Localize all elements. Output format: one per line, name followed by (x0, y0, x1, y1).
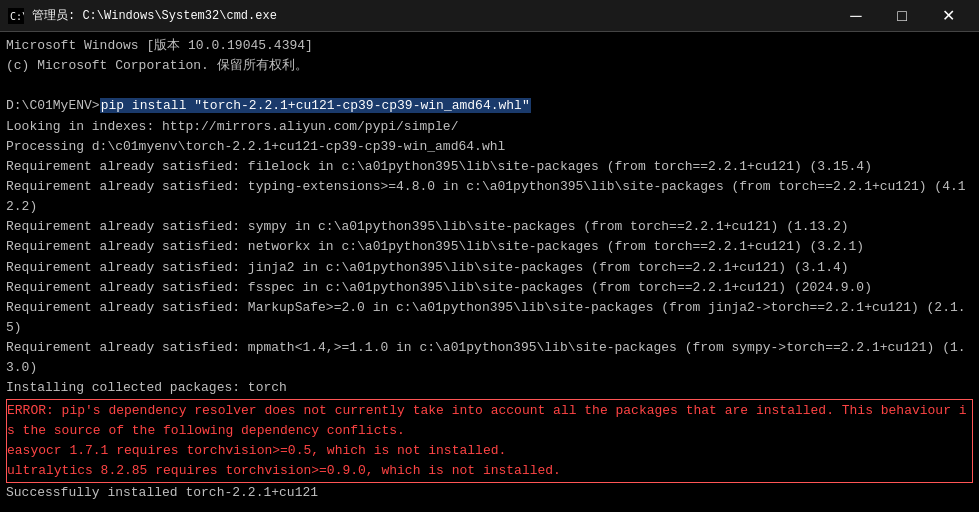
line-req7: Requirement already satisfied: MarkupSaf… (6, 298, 973, 338)
line-1: Microsoft Windows [版本 10.0.19045.4394] (6, 36, 973, 56)
line-req2: Requirement already satisfied: typing-ex… (6, 177, 973, 217)
window-controls: ─ □ ✕ (833, 0, 971, 32)
title-bar-left: C:\ 管理员: C:\Windows\System32\cmd.exe (8, 7, 277, 24)
maximize-button[interactable]: □ (879, 0, 925, 32)
line-blank-2 (6, 503, 973, 512)
line-looking: Looking in indexes: http://mirrors.aliyu… (6, 117, 973, 137)
error-line-2: easyocr 1.7.1 requires torchvision>=0.5,… (7, 441, 972, 461)
line-cmd: D:\C01MyENV>pip install "torch-2.2.1+cu1… (6, 96, 973, 116)
line-2: (c) Microsoft Corporation. 保留所有权利。 (6, 56, 973, 76)
line-processing: Processing d:\c01myenv\torch-2.2.1+cu121… (6, 137, 973, 157)
minimize-button[interactable]: ─ (833, 0, 879, 32)
line-req1: Requirement already satisfied: filelock … (6, 157, 973, 177)
line-success: Successfully installed torch-2.2.1+cu121 (6, 483, 973, 503)
line-installing: Installing collected packages: torch (6, 378, 973, 398)
line-req3: Requirement already satisfied: sympy in … (6, 217, 973, 237)
line-req6: Requirement already satisfied: fsspec in… (6, 278, 973, 298)
line-blank-1 (6, 76, 973, 96)
svg-text:C:\: C:\ (10, 11, 24, 22)
cmd-icon: C:\ (8, 8, 24, 24)
line-req5: Requirement already satisfied: jinja2 in… (6, 258, 973, 278)
close-button[interactable]: ✕ (925, 0, 971, 32)
error-line-1: ERROR: pip's dependency resolver does no… (7, 401, 972, 441)
error-line-3: ultralytics 8.2.85 requires torchvision>… (7, 461, 972, 481)
window-title: 管理员: C:\Windows\System32\cmd.exe (32, 7, 277, 24)
error-block: ERROR: pip's dependency resolver does no… (6, 399, 973, 484)
title-bar: C:\ 管理员: C:\Windows\System32\cmd.exe ─ □… (0, 0, 979, 32)
line-req4: Requirement already satisfied: networkx … (6, 237, 973, 257)
terminal-content: Microsoft Windows [版本 10.0.19045.4394] (… (0, 32, 979, 512)
line-req8: Requirement already satisfied: mpmath<1.… (6, 338, 973, 378)
